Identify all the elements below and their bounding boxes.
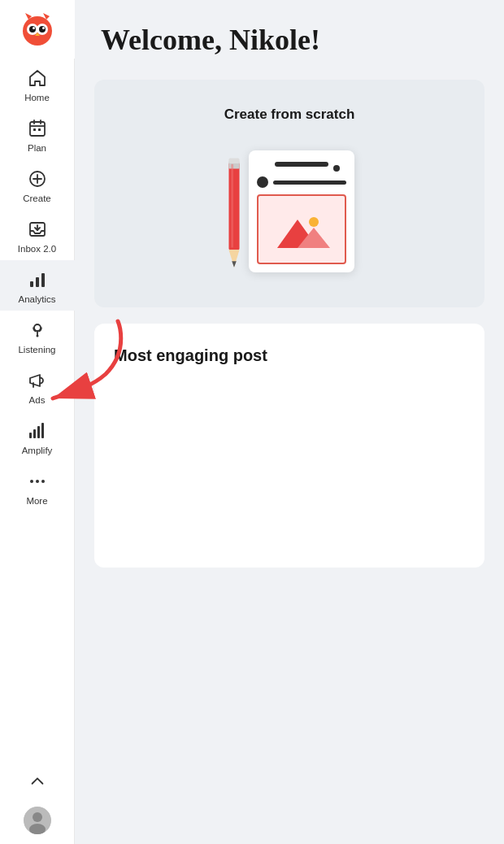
- doc-line: [273, 181, 346, 185]
- amplify-icon: [26, 420, 49, 442]
- sidebar-collapse-button[interactable]: [0, 764, 75, 797]
- sidebar-item-more[interactable]: More: [0, 462, 75, 512]
- svg-rect-40: [228, 158, 239, 163]
- ads-icon: [26, 369, 49, 392]
- svg-point-3: [29, 26, 36, 33]
- svg-rect-29: [33, 429, 36, 438]
- svg-rect-30: [37, 426, 40, 438]
- svg-point-33: [36, 480, 39, 483]
- svg-point-4: [39, 26, 46, 33]
- sidebar-item-create-label: Create: [23, 194, 51, 203]
- sidebar-item-inbox-label: Inbox 2.0: [18, 244, 56, 254]
- svg-rect-22: [36, 277, 39, 287]
- pencil-icon: [223, 154, 245, 274]
- svg-point-5: [33, 27, 35, 29]
- chevron-up-icon: [28, 772, 46, 790]
- sidebar-item-amplify-label: Amplify: [22, 446, 53, 455]
- svg-point-34: [41, 480, 45, 483]
- listening-icon: [26, 319, 49, 342]
- svg-rect-28: [29, 433, 32, 438]
- sidebar-item-plan[interactable]: Plan: [0, 109, 75, 159]
- analytics-icon: [26, 268, 49, 291]
- sidebar-item-listening-label: Listening: [18, 345, 55, 355]
- sidebar-item-ads-label: Ads: [29, 395, 46, 405]
- svg-rect-31: [41, 423, 44, 438]
- create-illustration: [216, 142, 363, 281]
- user-avatar: [24, 807, 51, 834]
- svg-rect-38: [228, 163, 239, 250]
- svg-rect-23: [41, 273, 45, 287]
- sidebar-item-listening[interactable]: Listening: [0, 311, 75, 361]
- inbox-icon: [26, 218, 49, 241]
- sidebar-item-home-label: Home: [24, 93, 50, 102]
- sidebar-item-amplify[interactable]: Amplify: [0, 411, 75, 462]
- hootsuite-logo-icon: [18, 10, 57, 49]
- svg-rect-21: [30, 281, 33, 287]
- svg-marker-42: [232, 261, 237, 267]
- doc-dot: [333, 165, 340, 172]
- sidebar-item-plan-label: Plan: [28, 143, 46, 153]
- sidebar-item-inbox[interactable]: Inbox 2.0: [0, 210, 75, 260]
- svg-rect-14: [33, 128, 36, 131]
- more-icon: [26, 470, 49, 493]
- welcome-title: Welcome, Nikole!: [101, 23, 478, 57]
- main-content: Welcome, Nikole! Create from scratch: [75, 0, 504, 844]
- doc-circle: [257, 176, 268, 188]
- sidebar-item-more-label: More: [26, 496, 47, 506]
- svg-point-32: [30, 480, 33, 483]
- create-icon: [26, 167, 49, 190]
- user-avatar-button[interactable]: [0, 797, 75, 844]
- create-from-scratch-label: Create from scratch: [224, 107, 355, 123]
- svg-rect-43: [231, 164, 233, 248]
- sidebar: Home Plan Create: [0, 0, 75, 844]
- sidebar-item-ads[interactable]: Ads: [0, 361, 75, 411]
- svg-point-24: [34, 324, 41, 331]
- svg-point-47: [309, 217, 319, 227]
- doc-header-bar: [275, 162, 328, 167]
- most-engaging-post-title: Most engaging post: [114, 346, 465, 365]
- doc-line-row: [257, 176, 346, 188]
- sidebar-bottom: [0, 764, 74, 844]
- svg-rect-10: [30, 122, 45, 136]
- sidebar-item-analytics-label: Analytics: [18, 294, 55, 304]
- svg-rect-15: [38, 128, 41, 131]
- document-card: [249, 150, 354, 272]
- welcome-header: Welcome, Nikole!: [75, 0, 504, 80]
- mountain-scene-icon: [265, 207, 338, 252]
- doc-image-box: [257, 194, 346, 264]
- sidebar-item-create[interactable]: Create: [0, 159, 75, 210]
- sidebar-item-analytics[interactable]: Analytics: [0, 260, 75, 311]
- most-engaging-post-card: Most engaging post: [94, 324, 484, 568]
- svg-point-36: [33, 812, 42, 822]
- svg-point-6: [42, 27, 45, 29]
- svg-point-26: [36, 335, 38, 337]
- calendar-icon: [26, 117, 49, 140]
- create-from-scratch-card[interactable]: Create from scratch: [94, 80, 484, 307]
- sidebar-item-home[interactable]: Home: [0, 59, 75, 109]
- home-icon: [26, 67, 49, 89]
- sidebar-logo[interactable]: [0, 0, 75, 59]
